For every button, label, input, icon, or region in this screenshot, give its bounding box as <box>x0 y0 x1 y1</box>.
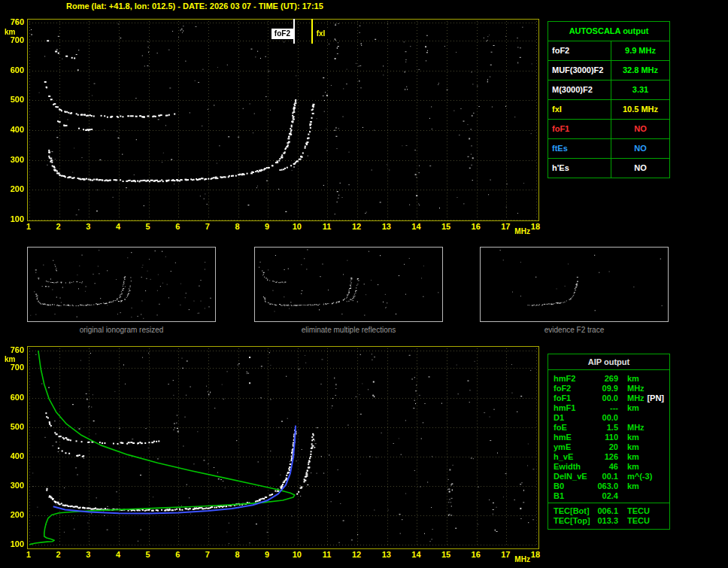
thumbnail-f2-evidence <box>480 247 669 322</box>
thumbnail-filtered-ionogram <box>254 247 443 322</box>
x-axis-tick-label: 4 <box>110 222 126 231</box>
autoscala-output-table: AUTOSCALA output foF29.9 MHzMUF(3000)F23… <box>548 21 670 178</box>
aip-parameter-name: hmE <box>554 433 596 442</box>
aip-parameter-value: 269 <box>596 374 618 383</box>
aip-parameter-value: 063.0 <box>596 481 618 491</box>
y-axis-tick-label: 400 <box>2 125 24 134</box>
parameter-label: foF1 <box>548 120 611 138</box>
aip-parameter-value: 110 <box>596 433 618 442</box>
aip-row-d1: D100.0 <box>548 412 669 422</box>
x-axis-tick-label: 5 <box>140 222 156 231</box>
x-axis-tick-label: 3 <box>80 550 96 559</box>
autoscala-row-fof1: foF1NO <box>548 120 669 139</box>
autoscala-row-m3000f2: M(3000)F23.31 <box>548 80 669 100</box>
aip-parameter-unit: km <box>627 462 639 471</box>
aip-parameter-name: Ewidth <box>554 462 596 471</box>
y-axis-tick-label: 760 <box>2 17 24 26</box>
autoscala-table-title: AUTOSCALA output <box>548 22 669 41</box>
thumbnail-caption-filtered: eliminate multiple reflections <box>254 326 443 334</box>
aip-row-hme: hmE110km <box>548 432 669 442</box>
aip-parameter-name: foE <box>554 423 596 432</box>
y-axis-tick-label: 300 <box>2 481 24 490</box>
aip-row-ewidth: Ewidth46km <box>548 461 669 471</box>
aip-table-rows: hmF2269kmfoF209.9MHzfoF100.0MHz[PN]hmF1-… <box>548 373 669 525</box>
y-axis-tick-label: 700 <box>2 363 24 372</box>
aip-row-b0: B0063.0km <box>548 481 669 491</box>
autoscala-row-ftes: ftEsNO <box>548 139 669 159</box>
autoscala-table-rows: foF29.9 MHzMUF(3000)F232.8 MHzM(3000)F23… <box>548 41 669 178</box>
aip-row-b1: B102.4 <box>548 491 669 500</box>
thumbnail-f2-evidence-canvas <box>481 248 668 321</box>
aip-parameter-name: foF2 <box>554 384 596 393</box>
aip-parameter-unit: km <box>627 452 639 461</box>
aip-section-divider <box>548 503 669 503</box>
thumbnail-filtered-canvas <box>255 248 442 321</box>
parameter-label: fxI <box>548 100 611 119</box>
x-axis-tick-label: 1 <box>20 222 37 231</box>
x-axis-tick-label: 2 <box>50 550 67 559</box>
foF2-marker-label: foF2 <box>271 29 293 39</box>
thumbnail-caption-f2-evidence: evidence F2 trace <box>480 326 669 334</box>
parameter-value: 32.8 MHz <box>611 61 669 80</box>
aip-row-fof2: foF209.9MHz <box>548 383 669 393</box>
x-axis-tick-label: 14 <box>408 550 424 559</box>
aip-parameter-value: 46 <box>596 462 618 471</box>
parameter-value: NO <box>611 120 669 138</box>
x-axis-tick-label: 10 <box>289 550 305 559</box>
fxI-marker-label: fxI <box>314 29 329 39</box>
y-axis-tick-label: 500 <box>2 95 24 104</box>
x-axis-tick-label: 15 <box>438 222 454 231</box>
x-axis-tick-label: 8 <box>229 222 246 231</box>
x-axis-tick-label: 1 <box>20 550 37 559</box>
aip-row-hve: h_vE126km <box>548 451 669 461</box>
autoscala-row-hes: h'EsNO <box>548 159 669 178</box>
x-axis-tick-label: 5 <box>140 550 156 559</box>
x-axis-tick-label: 14 <box>408 222 424 231</box>
aip-output-table: AIP output hmF2269kmfoF209.9MHzfoF100.0M… <box>548 354 670 530</box>
x-axis-tick-label: 7 <box>199 222 216 231</box>
x-axis-tick-label: 13 <box>378 222 395 231</box>
x-axis-tick-label: 17 <box>497 222 514 231</box>
x-axis-tick-label: 16 <box>468 550 484 559</box>
x-axis-tick-label: 9 <box>259 222 275 231</box>
x-axis-tick-label: 6 <box>169 550 186 559</box>
autoscala-row-fxi: fxI10.5 MHz <box>548 100 669 120</box>
x-axis-tick-label: 10 <box>289 222 305 231</box>
aip-parameter-name: D1 <box>554 413 596 422</box>
y-axis-tick-label: 500 <box>2 422 24 431</box>
aip-parameter-value: 00.0 <box>596 413 618 422</box>
aip-parameter-unit: TECU <box>627 516 650 525</box>
parameter-value: 10.5 MHz <box>611 100 669 119</box>
x-axis-unit-label: MHz <box>514 227 530 235</box>
aip-parameter-value: 02.4 <box>596 491 618 500</box>
parameter-label: ftEs <box>548 139 611 158</box>
x-axis-tick-label: 13 <box>378 550 395 559</box>
x-axis-tick-label: 3 <box>80 222 96 231</box>
autoscala-row-muf3000f2: MUF(3000)F232.8 MHz <box>548 61 669 80</box>
aip-row-yme: ymE20km <box>548 442 669 451</box>
y-axis-unit-label: km <box>5 355 15 363</box>
y-axis-tick-label: 100 <box>2 539 24 548</box>
y-axis-tick-label: 760 <box>2 345 24 354</box>
aip-parameter-unit: km <box>627 481 639 491</box>
x-axis-tick-label: 11 <box>318 222 335 231</box>
y-axis-tick-label: 200 <box>2 184 24 193</box>
parameter-label: MUF(3000)F2 <box>548 61 611 80</box>
aip-row-foe: foE1.5MHz <box>548 422 669 432</box>
aip-row-hmf2: hmF2269km <box>548 373 669 383</box>
aip-parameter-name: hmF2 <box>554 374 596 383</box>
aip-parameter-unit: km <box>627 442 639 451</box>
thumbnail-original-canvas <box>28 248 215 321</box>
thumbnail-caption-original: original ionogram resized <box>27 326 216 334</box>
x-axis-tick-label: 2 <box>50 222 67 231</box>
aip-parameter-name: TEC[Top] <box>554 516 596 525</box>
thumbnail-original-ionogram <box>27 247 216 322</box>
y-axis-tick-label: 300 <box>2 155 24 164</box>
aip-row-fof1: foF100.0MHz[PN] <box>548 393 669 402</box>
aip-row-hmf1: hmF1---km <box>548 402 669 412</box>
y-axis-tick-label: 200 <box>2 510 24 519</box>
x-axis-tick-label: 15 <box>438 550 454 559</box>
aip-parameter-unit: MHz <box>627 393 645 402</box>
x-axis-tick-label: 6 <box>169 222 186 231</box>
aip-row-delnve: DelN_vE00.1m^(-3) <box>548 471 669 481</box>
